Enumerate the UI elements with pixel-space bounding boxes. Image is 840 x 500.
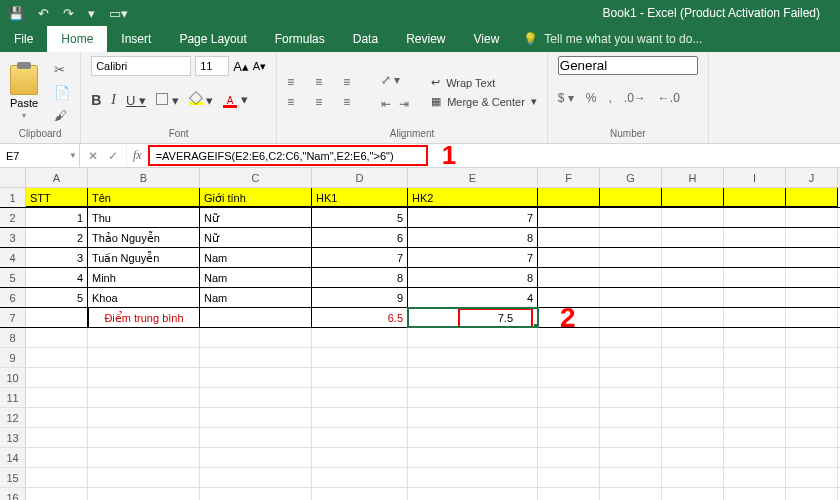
cell-E6[interactable]: 4 — [408, 288, 538, 307]
cell-J1[interactable] — [786, 188, 838, 207]
cell-H4[interactable] — [662, 248, 724, 267]
cell-E16[interactable] — [408, 488, 538, 500]
bold-button[interactable]: B — [91, 92, 101, 108]
cell-C5[interactable]: Nam — [200, 268, 312, 287]
cell-F4[interactable] — [538, 248, 600, 267]
underline-button[interactable]: U ▾ — [126, 93, 146, 108]
cell-B5[interactable]: Minh — [88, 268, 200, 287]
increase-font-icon[interactable]: A▴ — [233, 59, 249, 74]
row-header-9[interactable]: 9 — [0, 348, 26, 367]
cell-I2[interactable] — [724, 208, 786, 227]
cell-C4[interactable]: Nam — [200, 248, 312, 267]
row-header-12[interactable]: 12 — [0, 408, 26, 427]
cut-icon[interactable]: ✂ — [54, 62, 70, 77]
cell-I12[interactable] — [724, 408, 786, 427]
cell-F2[interactable] — [538, 208, 600, 227]
cell-G5[interactable] — [600, 268, 662, 287]
cell-H5[interactable] — [662, 268, 724, 287]
cell-F14[interactable] — [538, 448, 600, 467]
cell-E1[interactable]: HK2 — [408, 188, 538, 207]
cell-H9[interactable] — [662, 348, 724, 367]
save-icon[interactable]: 💾 — [8, 6, 24, 21]
cell-I16[interactable] — [724, 488, 786, 500]
cell-B16[interactable] — [88, 488, 200, 500]
cell-E7-selected[interactable]: 7.5 — [408, 308, 538, 327]
name-box[interactable]: E7 ▼ — [0, 144, 80, 167]
cell-A4[interactable]: 3 — [26, 248, 88, 267]
col-header-B[interactable]: B — [88, 168, 200, 187]
cell-G6[interactable] — [600, 288, 662, 307]
cell-I8[interactable] — [724, 328, 786, 347]
cell-J2[interactable] — [786, 208, 838, 227]
cancel-formula-icon[interactable]: ✕ — [88, 149, 98, 163]
align-center-icon[interactable]: ≡ — [315, 95, 335, 109]
cell-B6[interactable]: Khoa — [88, 288, 200, 307]
cell-D11[interactable] — [312, 388, 408, 407]
cell-E15[interactable] — [408, 468, 538, 487]
tab-file[interactable]: File — [0, 26, 47, 52]
cell-J15[interactable] — [786, 468, 838, 487]
cell-C12[interactable] — [200, 408, 312, 427]
cell-I7[interactable] — [724, 308, 786, 327]
row-header-8[interactable]: 8 — [0, 328, 26, 347]
col-header-D[interactable]: D — [312, 168, 408, 187]
cell-C9[interactable] — [200, 348, 312, 367]
tab-view[interactable]: View — [460, 26, 514, 52]
cell-E4[interactable]: 7 — [408, 248, 538, 267]
cell-B14[interactable] — [88, 448, 200, 467]
tell-me[interactable]: 💡 Tell me what you want to do... — [513, 26, 712, 52]
undo-icon[interactable]: ↶ — [38, 6, 49, 21]
cell-B9[interactable] — [88, 348, 200, 367]
cell-I4[interactable] — [724, 248, 786, 267]
cell-H1[interactable] — [662, 188, 724, 207]
enter-formula-icon[interactable]: ✓ — [108, 149, 118, 163]
cell-I14[interactable] — [724, 448, 786, 467]
col-header-F[interactable]: F — [538, 168, 600, 187]
cell-D13[interactable] — [312, 428, 408, 447]
qat-customize-icon[interactable]: ▾ — [88, 6, 95, 21]
cell-A6[interactable]: 5 — [26, 288, 88, 307]
comma-format-icon[interactable]: , — [609, 91, 612, 105]
cell-G9[interactable] — [600, 348, 662, 367]
cell-A15[interactable] — [26, 468, 88, 487]
cell-D4[interactable]: 7 — [312, 248, 408, 267]
col-header-A[interactable]: A — [26, 168, 88, 187]
cell-E10[interactable] — [408, 368, 538, 387]
col-header-C[interactable]: C — [200, 168, 312, 187]
cell-G2[interactable] — [600, 208, 662, 227]
cell-H15[interactable] — [662, 468, 724, 487]
row-header-5[interactable]: 5 — [0, 268, 26, 287]
cell-H16[interactable] — [662, 488, 724, 500]
cell-A3[interactable]: 2 — [26, 228, 88, 247]
cell-G13[interactable] — [600, 428, 662, 447]
cell-E3[interactable]: 8 — [408, 228, 538, 247]
cell-C8[interactable] — [200, 328, 312, 347]
cell-H14[interactable] — [662, 448, 724, 467]
cell-J4[interactable] — [786, 248, 838, 267]
font-name-combo[interactable] — [91, 56, 191, 76]
cell-I9[interactable] — [724, 348, 786, 367]
cell-B10[interactable] — [88, 368, 200, 387]
cell-B13[interactable] — [88, 428, 200, 447]
align-left-icon[interactable]: ≡ — [287, 95, 307, 109]
cell-J8[interactable] — [786, 328, 838, 347]
cell-H11[interactable] — [662, 388, 724, 407]
merge-center-button[interactable]: ▦Merge & Center ▾ — [431, 95, 537, 108]
cell-E2[interactable]: 7 — [408, 208, 538, 227]
cell-J9[interactable] — [786, 348, 838, 367]
format-painter-icon[interactable]: 🖌 — [54, 108, 70, 123]
font-color-button[interactable]: A ▾ — [223, 92, 248, 108]
cell-G8[interactable] — [600, 328, 662, 347]
cell-H3[interactable] — [662, 228, 724, 247]
cell-D15[interactable] — [312, 468, 408, 487]
cell-B3[interactable]: Thảo Nguyễn — [88, 228, 200, 247]
cell-D7[interactable]: 6.5 — [312, 308, 408, 327]
cell-H12[interactable] — [662, 408, 724, 427]
row-header-4[interactable]: 4 — [0, 248, 26, 267]
cell-J6[interactable] — [786, 288, 838, 307]
cell-F12[interactable] — [538, 408, 600, 427]
cell-F11[interactable] — [538, 388, 600, 407]
cell-A16[interactable] — [26, 488, 88, 500]
tab-page-layout[interactable]: Page Layout — [165, 26, 260, 52]
cell-C14[interactable] — [200, 448, 312, 467]
